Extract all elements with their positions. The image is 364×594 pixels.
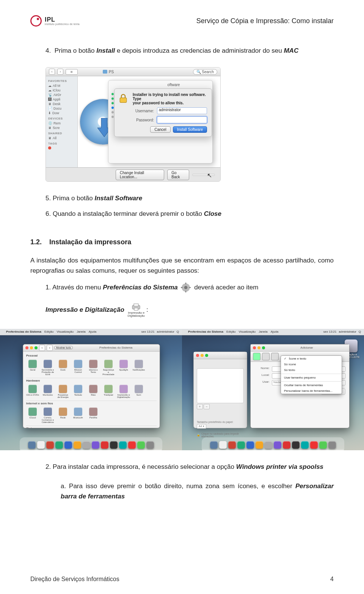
- prefs-item[interactable]: Bluetooth: [72, 407, 85, 423]
- dock-app[interactable]: [83, 441, 90, 449]
- dock-app[interactable]: [74, 441, 81, 449]
- sidebar-item[interactable]: 🖥 Scre: [48, 126, 75, 130]
- minimize-icon[interactable]: [257, 346, 260, 349]
- dock-app[interactable]: [46, 441, 54, 449]
- close-icon[interactable]: [196, 354, 199, 357]
- dock-app[interactable]: [110, 441, 118, 449]
- sidebar-tag[interactable]: [48, 146, 75, 150]
- dock-app[interactable]: [28, 441, 36, 449]
- prefs-item[interactable]: iCloud: [26, 407, 39, 423]
- finder-toolbar: ‹ › ≡ PS 🔍 Search: [46, 68, 220, 76]
- dock-app[interactable]: [319, 441, 327, 449]
- search-input[interactable]: 🔍 Search: [193, 69, 217, 75]
- sidebar-item[interactable]: 📄 Docu: [48, 106, 75, 111]
- go-back-button[interactable]: Go Back: [167, 170, 189, 180]
- prefs-item[interactable]: Spotlight: [117, 360, 130, 376]
- prefs-item[interactable]: Notificações: [132, 360, 145, 376]
- windows-tab-icon[interactable]: [271, 353, 279, 360]
- install-software-button[interactable]: Install Software: [173, 126, 207, 133]
- cancel-button[interactable]: Cancel: [150, 126, 170, 133]
- prefs-item[interactable]: Som: [132, 385, 145, 398]
- ip-tab-icon[interactable]: [262, 353, 270, 360]
- fwd-button[interactable]: ›: [47, 345, 53, 351]
- menu-item[interactable]: Ocultar barra de ferramentas: [281, 382, 342, 388]
- nav-back-button[interactable]: ‹: [49, 69, 55, 75]
- prefs-item[interactable]: Mission Control: [72, 360, 85, 376]
- password-input[interactable]: [157, 116, 207, 123]
- dock-app[interactable]: [265, 441, 272, 449]
- dock-app[interactable]: [301, 441, 309, 449]
- dock-app[interactable]: [55, 441, 63, 449]
- spotlight-icon[interactable]: Q: [177, 330, 179, 333]
- menu-item[interactable]: Personalizar barra de ferramentas...: [281, 388, 342, 394]
- sidebar-item[interactable]: 🖥 Desk: [48, 102, 75, 106]
- lock-icon[interactable]: 🔒: [197, 434, 200, 437]
- prefs-item[interactable]: Impressão e Digitalização: [117, 385, 130, 398]
- dock-app[interactable]: [92, 441, 99, 449]
- dock-app[interactable]: [246, 441, 254, 449]
- prefs-item[interactable]: Dock: [56, 360, 69, 376]
- dock-app[interactable]: [256, 441, 263, 449]
- prefs-item[interactable]: Poupança de Energia: [56, 385, 69, 398]
- minimize-icon[interactable]: [201, 354, 204, 357]
- zoom-icon[interactable]: [262, 346, 265, 349]
- username-input[interactable]: administrator: [157, 107, 207, 114]
- sidebar-item[interactable]: 📡 AirDr: [48, 93, 75, 97]
- menu-item[interactable]: Ícone e texto: [281, 356, 342, 361]
- change-install-location-button[interactable]: Change Install Location...: [116, 170, 164, 180]
- prefs-item[interactable]: Teclado: [72, 385, 85, 398]
- close-icon[interactable]: [25, 346, 28, 349]
- menu-item[interactable]: Só ícone: [281, 361, 342, 367]
- dock-app[interactable]: [137, 441, 145, 449]
- prefs-item[interactable]: Idioma e Texto: [87, 360, 100, 376]
- remove-printer-button[interactable]: −: [204, 404, 210, 409]
- prefs-item-icon: [59, 407, 67, 416]
- dock-app[interactable]: [274, 441, 281, 449]
- sidebar-item[interactable]: 💿 Rem: [48, 121, 75, 126]
- dock-app[interactable]: [328, 441, 336, 449]
- sidebar-item[interactable]: 🅰 Appli: [48, 97, 75, 102]
- prefs-item[interactable]: Rato: [87, 385, 100, 398]
- sidebar-item[interactable]: ☁ All M: [48, 83, 75, 88]
- view-mode-icon[interactable]: ≡: [66, 69, 78, 75]
- dock-app[interactable]: [310, 441, 318, 449]
- dock-app[interactable]: [283, 441, 290, 449]
- prefs-item[interactable]: Rede: [56, 407, 69, 423]
- prefs-item[interactable]: Partilha: [87, 407, 100, 423]
- zoom-icon[interactable]: [205, 354, 208, 357]
- nav-forward-button[interactable]: ›: [57, 69, 63, 75]
- prefs-item[interactable]: Trackpad: [102, 385, 115, 398]
- menu-item[interactable]: Só texto: [281, 367, 342, 373]
- dock-app[interactable]: [146, 441, 154, 449]
- dock-app[interactable]: [228, 441, 236, 449]
- zoom-icon[interactable]: [35, 346, 38, 349]
- printer-list[interactable]: [197, 368, 244, 403]
- add-printer-button[interactable]: +: [197, 404, 203, 409]
- default-tab-icon[interactable]: [253, 353, 260, 360]
- dock-app[interactable]: [64, 441, 72, 449]
- paper-size-select[interactable]: A4 ▾: [197, 424, 206, 429]
- dock-app[interactable]: [237, 441, 245, 449]
- dock-app[interactable]: [101, 441, 108, 449]
- prefs-item[interactable]: Correio, Contactos e Calendários: [41, 407, 54, 423]
- sidebar-item[interactable]: ⬇ Dow: [48, 111, 75, 115]
- dock-app[interactable]: [210, 441, 218, 449]
- prefs-item[interactable]: Secretária e Proteção de Ecrã: [41, 360, 54, 376]
- minimize-icon[interactable]: [30, 346, 33, 349]
- sidebar-item[interactable]: 🖥 All: [48, 136, 75, 140]
- dock-app[interactable]: [128, 441, 136, 449]
- dock-app[interactable]: [292, 441, 300, 449]
- sidebar-item[interactable]: ☁ iClou: [48, 88, 75, 93]
- close-icon[interactable]: [253, 346, 256, 349]
- show-all-button[interactable]: Mostrar tudo: [54, 346, 73, 349]
- prefs-item[interactable]: CDs e DVDs: [26, 385, 39, 398]
- dock-app[interactable]: [219, 441, 227, 449]
- prefs-item[interactable]: Geral: [26, 360, 39, 376]
- dock-app[interactable]: [37, 441, 45, 449]
- back-button[interactable]: ‹: [39, 345, 45, 351]
- prefs-item[interactable]: Monitores: [41, 385, 54, 398]
- spotlight-icon[interactable]: Q: [359, 330, 361, 333]
- dock-app[interactable]: [119, 441, 127, 449]
- menu-item[interactable]: Usar tamanho pequeno: [281, 375, 342, 380]
- prefs-item[interactable]: Segurança e Privacidade: [102, 360, 115, 376]
